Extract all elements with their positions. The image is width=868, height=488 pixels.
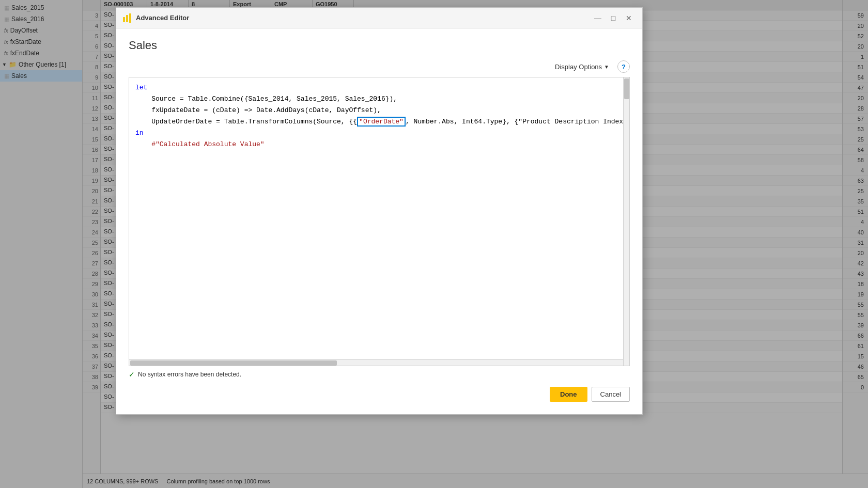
code-line-empty-16 — [135, 320, 617, 332]
code-line-empty-17 — [135, 332, 617, 343]
modal-overlay: Advanced Editor — □ ✕ Sales Display Opti… — [0, 0, 868, 488]
keyword-let: let — [135, 84, 147, 91]
display-options-label: Display Options — [555, 63, 602, 71]
modal-title-text: Advanced Editor — [136, 14, 586, 22]
check-icon: ✓ — [129, 370, 135, 379]
code-line-empty-1 — [135, 150, 617, 161]
code-line-empty-12 — [135, 275, 617, 286]
code-line-empty-2 — [135, 161, 617, 172]
code-line-empty-13 — [135, 286, 617, 297]
help-button[interactable]: ? — [617, 60, 630, 73]
code-line-empty-10 — [135, 252, 617, 263]
keyword-in: in — [135, 129, 144, 137]
modal-titlebar: Advanced Editor — □ ✕ — [116, 8, 642, 28]
code-line-empty-14 — [135, 297, 617, 309]
code-text-4b: , Number.Abs, Int64.Type}, {"Product Des… — [406, 118, 623, 125]
code-line-empty-7 — [135, 218, 617, 229]
code-line-empty-9 — [135, 241, 617, 252]
code-line-empty-3 — [135, 172, 617, 184]
scrollbar-thumb-h — [130, 360, 337, 366]
code-line-empty-4 — [135, 184, 617, 195]
modal-body: Sales Display Options ▼ ? let — [116, 28, 642, 414]
svg-rect-2 — [129, 13, 131, 23]
code-line-empty-8 — [135, 229, 617, 241]
code-line-1: let — [135, 82, 617, 93]
minimize-button[interactable]: — — [591, 12, 605, 24]
modal-footer: Done Cancel — [129, 383, 630, 404]
done-button[interactable]: Done — [550, 387, 587, 402]
query-name-label: Sales — [129, 39, 630, 52]
modal-toolbar: Display Options ▼ ? — [129, 60, 630, 73]
code-content: let Source = Table.Combine({Sales_2014, … — [129, 77, 623, 366]
code-line-empty-5 — [135, 195, 617, 207]
code-line-empty-11 — [135, 263, 617, 275]
code-text-4a: UpdateOrderDate = Table.TransformColumns… — [135, 118, 357, 125]
code-line-empty-15 — [135, 309, 617, 320]
close-button[interactable]: ✕ — [622, 12, 636, 24]
modal-status: ✓ No syntax errors have been detected. — [129, 366, 630, 383]
highlighted-token: "OrderDate" — [357, 117, 406, 127]
maximize-button[interactable]: □ — [606, 12, 621, 24]
code-line-3: fxUpdateDate = (cDate) => Date.AddDays(c… — [135, 104, 617, 116]
code-text-6a — [135, 140, 151, 148]
status-message: No syntax errors have been detected. — [138, 371, 241, 378]
code-editor-inner: let Source = Table.Combine({Sales_2014, … — [129, 77, 629, 366]
code-editor[interactable]: let Source = Table.Combine({Sales_2014, … — [129, 77, 630, 366]
dropdown-arrow-icon: ▼ — [604, 64, 609, 70]
svg-rect-1 — [126, 15, 128, 22]
cancel-button[interactable]: Cancel — [592, 387, 630, 402]
scrollbar-thumb-v — [624, 78, 629, 99]
code-line-2: Source = Table.Combine({Sales_2014, Sale… — [135, 93, 617, 104]
code-line-empty-6 — [135, 207, 617, 218]
advanced-editor-modal: Advanced Editor — □ ✕ Sales Display Opti… — [116, 7, 643, 415]
code-line-6: #"Calculated Absolute Value" — [135, 138, 617, 150]
powerbi-icon — [122, 13, 132, 23]
code-line-4: UpdateOrderDate = Table.TransformColumns… — [135, 116, 617, 127]
horizontal-scrollbar[interactable] — [129, 359, 623, 366]
code-text-2: Source = Table.Combine({Sales_2014, Sale… — [135, 95, 397, 103]
display-options-button[interactable]: Display Options ▼ — [551, 61, 613, 73]
code-string-6: #"Calculated Absolute Value" — [151, 140, 264, 148]
vertical-scrollbar[interactable] — [623, 77, 629, 366]
code-line-5: in — [135, 127, 617, 138]
code-text-3: fxUpdateDate = (cDate) => Date.AddDays(c… — [135, 106, 381, 114]
modal-controls: — □ ✕ — [591, 12, 636, 24]
svg-rect-0 — [123, 17, 125, 22]
help-icon: ? — [622, 63, 626, 71]
